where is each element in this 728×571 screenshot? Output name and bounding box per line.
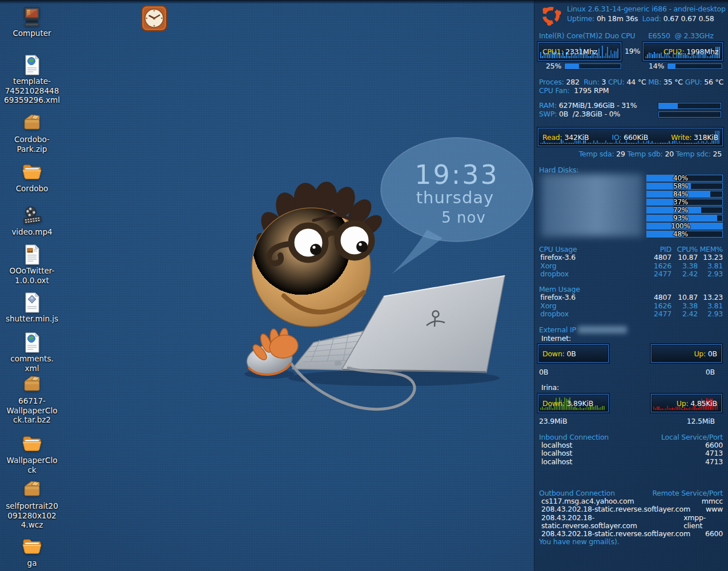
irina-up-box: Up: 4.85KiB [651,394,722,412]
desktop-icon-ga[interactable]: ga [0,536,64,568]
doc-globe-icon [21,54,43,77]
process-row: Xorg16263.383.81 [539,302,723,310]
process-row: firefox-3.6480710.8713.23 [539,254,723,262]
wallpaper-illustration: 19:33 thursday 5 nov [211,131,542,443]
swap-usage-line: SWP: 0B /2.38GiB - 0% [539,110,620,118]
cartoon-character [252,180,385,327]
character-pupil [356,241,368,252]
doc-globe-icon [21,331,43,354]
disk-usage-percent: 100% [647,222,714,230]
doc-diamond-icon [21,291,43,314]
disk-names-blurred [541,174,643,236]
folder-icon [21,536,43,558]
table-header: Mem Usage [539,286,723,293]
icon-label: 1.0.0.oxt [0,276,64,286]
cpu2-percent-bar [667,63,722,69]
mem-usage-table: Mem Usage firefox-3.6480710.8713.23 Xorg… [539,286,723,318]
process-row: dropbox24772.422.93 [539,310,723,318]
desktop-icon-comments-xml[interactable]: comments.xml [0,331,64,373]
irina-up-total: 12.5MiB [687,417,715,425]
internet-up-box: Up: 0B [651,344,722,363]
icon-label: 4.wcz [0,520,64,530]
eye-glint [359,243,361,246]
desktop-icon-template-xml[interactable]: template-7452102844869359296.xml [0,54,64,105]
cpu1-graph-box: CPU1: 2331Mhz [538,42,621,61]
desktop-icon-selfportrait-wcz[interactable]: selfportrait20091280x1024.wcz [0,478,64,530]
disk-temps-line: Temp sda: 29 Temp sdb: 20 Temp sdc: 25 [579,150,722,158]
desktop-icon-cordobo-park-zip[interactable]: Cordobo-Park.zip [0,112,64,154]
internet-down-total: 0B [539,368,548,376]
disk-usage-percent: 48% [647,230,714,238]
eye-glint [312,246,315,248]
icon-label: comments. [0,354,64,364]
icon-label: ga [0,558,64,568]
irina-up-speed: Up: 4.85KiB [651,395,721,412]
process-row: Xorg16263.383.81 [539,262,723,270]
icon-label: OOoTwitter- [0,266,64,276]
internet-up-total: 0B [706,368,715,376]
icon-label: 69359296.xml [0,95,64,105]
irina-label: Irina: [541,383,559,392]
disk-usage-bar: 37% [646,199,723,206]
outbound-connections-table: Outbound ConnectionRemote Service/Portcs… [539,489,723,538]
cpu-model-line: Intel(R) Core(TM)2 Duo CPU E6550 @ 2.33G… [539,31,714,40]
cpu1-frequency-label: CPU1: 2331Mhz [538,43,621,60]
disk-usage-bar: 40% [646,175,723,182]
irina-down-speed: Down: 3.89KiB [538,395,608,412]
icon-label: Cordobo- [0,135,64,144]
desktop-icon-wallpaperclock-tarbz2[interactable]: 66717-WallpaperClock.tar.bz2 [0,373,64,425]
disk-usage-percent: 37% [647,198,714,206]
disk-usage-percent: 93% [647,214,714,222]
cpu2-graph-box: CPU2: 1998Mhz [643,42,723,61]
disk-io-label: IO: 660KiB [612,133,649,142]
desktop-icon-wallpaperclock-folder[interactable]: WallpaperClock [0,433,64,475]
ram-usage-line: RAM: 627MiB/1.96GiB - 31% [539,101,637,110]
icon-label: Park.zip [0,144,64,154]
kernel-info-line: Linux 2.6.31-14-generic i686 - andrei-de… [567,5,726,13]
icon-label: shutter.min.js [0,314,64,324]
disk-usage-bar: 93% [646,215,723,222]
uptime-load-line: Uptime: 0h 18m 36s Load: 0.67 0.67 0.58 [567,14,714,23]
internet-label: Internet: [541,334,571,343]
analog-clock-icon [140,5,168,32]
connection-row: 208.43.202.18-static.reverse.softlayer.c… [539,505,723,513]
external-ip-label: External IP [539,325,576,334]
icon-label: video.mp4 [0,227,64,237]
disk-usage-bar: 48% [646,231,723,238]
icon-label: ck.tar.bz2 [0,415,64,425]
irina-down-total: 23.9MiB [539,417,567,425]
icon-label: 74521028448 [0,86,64,96]
conky-system-monitor: Linux 2.6.31-14-generic i686 - andrei-de… [534,0,728,571]
disk-write-label: Write: 318KiB [671,133,718,142]
ram-usage-bar [658,103,721,109]
clock-widget-icon[interactable] [140,5,168,32]
bubble-date: 5 nov [441,209,486,226]
connection-row: cs117.msg.ac4.yahoo.commmcc [539,497,723,505]
process-row: firefox-3.6480710.8713.23 [539,293,723,301]
computer-icon [21,6,43,29]
desktop-icon-shutter-min-js[interactable]: shutter.min.js [0,291,64,324]
hard-disks-heading: Hard Disks: [539,166,578,174]
character-pupil [310,244,321,255]
desktop-icon-ooo-twitter[interactable]: OOoTwitter-1.0.0.oxt [0,243,64,285]
bubble-time: 19:33 [415,159,499,190]
icon-label: WallpaperClo [0,406,64,416]
icon-label: Computer [0,29,64,38]
icon-label: WallpaperClo [0,456,64,465]
cpu1-usage-percent: 19% [625,47,640,55]
connection-row: localhost4713 [539,449,723,457]
ubuntu-logo-icon [538,3,564,27]
desktop-icon-computer[interactable]: Computer [0,6,64,38]
package-icon [21,478,43,501]
connection-row: localhost4713 [539,458,723,466]
disk-usage-percent: 84% [647,190,714,198]
internet-down-speed: Down: 0B [538,345,608,362]
disk-usage-bar: 58% [646,183,723,190]
connection-row: localhost6600 [539,441,723,449]
cpu1-percent-bar [565,63,621,69]
connections-header: Outbound ConnectionRemote Service/Port [539,489,723,497]
desktop-icon-cordobo[interactable]: Cordobo [0,161,64,194]
cpu1-freq-percent-label: 25% [546,62,561,70]
desktop-icon-video-mp4[interactable]: video.mp4 [0,204,64,237]
speech-bubble: 19:33 thursday 5 nov [381,138,533,274]
